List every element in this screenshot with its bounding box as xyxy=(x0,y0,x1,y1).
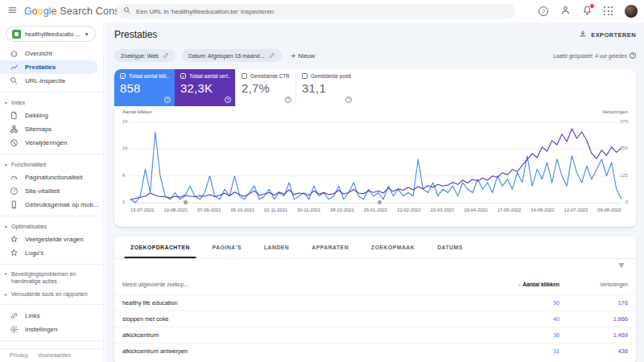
property-selector[interactable]: healthylifeeducatio ... ▼ xyxy=(6,26,96,42)
sidebar-item-gebruiksgemak-op-mob[interactable]: Gebruiksgemak op mob... xyxy=(0,198,103,212)
user-settings-button[interactable] xyxy=(559,6,571,17)
remove-icon xyxy=(10,138,19,147)
help-button[interactable]: ? xyxy=(538,6,549,17)
filter-chips: Zoektype: WebDatum: Afgelopen 16 maand..… xyxy=(114,49,282,62)
sidebar-item-sitemaps[interactable]: Sitemaps xyxy=(0,122,103,136)
x-tick-label: 30-11-2021 xyxy=(297,208,320,212)
cell-clicks: 36 xyxy=(463,331,559,339)
export-button[interactable]: EXPORTEREN xyxy=(579,30,636,39)
page-icon xyxy=(10,111,19,120)
new-filter-button[interactable]: + Nieuw xyxy=(291,51,316,60)
search-icon xyxy=(123,6,131,16)
x-tick-label: 22-02-2022 xyxy=(397,208,421,212)
sitemap-icon xyxy=(10,125,19,134)
checkbox-checked-icon[interactable]: ✓ xyxy=(120,73,126,79)
tab-pagina-s[interactable]: PAGINA'S xyxy=(201,237,253,258)
property-favicon xyxy=(12,30,21,39)
sidebar-section-index[interactable]: ▾Index xyxy=(0,97,103,109)
tab-zoekopmaak[interactable]: ZOEKOPMAAK xyxy=(360,237,426,258)
page-header-row: Prestaties EXPORTEREN xyxy=(114,26,636,43)
sidebar-item-veelgestelde-vragen[interactable]: Veelgestelde vragen xyxy=(0,232,103,246)
metric-card-gemiddelde-ctr[interactable]: Gemiddelde CTR2,7%? xyxy=(235,69,295,106)
sidebar-section-verouderde-tools-en-rapporten[interactable]: ▸Verouderde tools en rapporten xyxy=(0,288,103,300)
edit-icon xyxy=(163,52,169,60)
table-row[interactable]: afkickcentrum361.469 xyxy=(114,327,636,343)
series-totaal-aantal-klikken xyxy=(130,133,621,204)
url-inspect-search-input[interactable]: Een URL in 'healthylifeeducation.be' ins… xyxy=(117,4,515,19)
tab-zoekopdrachten[interactable]: ZOEKOPDRACHTEN xyxy=(119,237,201,258)
filter-chip-datum-afgelopen-16-maand[interactable]: Datum: Afgelopen 16 maand... xyxy=(182,49,282,62)
sidebar-nav: OverzichtPrestatiesURL-inspectie▾IndexDe… xyxy=(0,47,103,362)
footer-link-voorwaarden[interactable]: Voorwaarden xyxy=(38,352,71,358)
x-tick-label: 10-08-2021 xyxy=(164,208,188,212)
queries-table-panel: ZOEKOPDRACHTENPAGINA'SLANDENAPPARATENZOE… xyxy=(114,237,636,362)
chart-canvas[interactable] xyxy=(130,117,621,208)
new-filter-label: Nieuw xyxy=(298,52,315,60)
sort-down-icon: ↓ xyxy=(518,282,521,287)
metric-card-totaal-aantal-klik[interactable]: ✓Totaal aantal klik...858? xyxy=(114,69,175,106)
google-apps-button[interactable] xyxy=(603,6,614,17)
sidebar-item-overzicht[interactable]: Overzicht xyxy=(0,47,103,60)
sidebar-section-beveiligingsproblemen-en-handmatige-acties[interactable]: ▸Beveiligingsproblemen en handmatige act… xyxy=(0,269,103,288)
google-wordmark: Google xyxy=(24,6,56,17)
x-axis-labels: 13-07-202110-08-202107-09-202105-10-2021… xyxy=(130,208,621,212)
sidebar-item-links[interactable]: Links xyxy=(0,309,103,323)
tab-apparaten[interactable]: APPARATEN xyxy=(300,237,360,258)
section-label: Functionaliteit xyxy=(11,162,46,167)
user-icon xyxy=(560,4,571,19)
help-icon: ? xyxy=(539,6,548,16)
account-avatar[interactable] xyxy=(625,5,638,18)
column-impressions[interactable]: Vertoningen xyxy=(559,282,628,287)
x-tick-label: 17-05-2022 xyxy=(497,208,522,212)
sidebar-section-functionaliteit[interactable]: ▾Functionaliteit xyxy=(0,158,103,171)
y-tick-right: 0 xyxy=(625,200,628,204)
tab-landen[interactable]: LANDEN xyxy=(253,237,300,258)
hamburger-menu-icon[interactable] xyxy=(0,4,24,19)
sidebar-item-dekking[interactable]: Dekking xyxy=(0,109,103,122)
table-row[interactable]: afkickcentrum antwerpen31436 xyxy=(114,343,636,359)
sidebar-item-label: Logo's xyxy=(25,249,43,257)
cell-query: afkickcentrum xyxy=(122,331,463,339)
sidebar-item-site-vitaliteit[interactable]: Site-vitaliteit xyxy=(0,184,103,198)
sidebar-item-verwijderingen[interactable]: Verwijderingen xyxy=(0,136,103,150)
info-circle-icon: ? xyxy=(630,52,636,59)
sidebar-item-label: Gebruiksgemak op mob... xyxy=(25,201,99,208)
table-row[interactable]: stoppen met coke401.866 xyxy=(114,311,636,327)
cell-clicks: 31 xyxy=(463,348,559,355)
dimension-tabs: ZOEKOPDRACHTENPAGINA'SLANDENAPPARATENZOE… xyxy=(114,237,636,259)
checkbox-checked-icon[interactable]: ✓ xyxy=(180,73,186,79)
checkbox-unchecked-icon[interactable] xyxy=(302,73,308,79)
metric-card-gemiddelde-positie[interactable]: Gemiddelde positie31,1? xyxy=(295,69,356,106)
home-icon xyxy=(10,49,19,58)
cell-impressions: 1.866 xyxy=(559,315,628,323)
sidebar-item-label: Veelgestelde vragen xyxy=(25,236,84,243)
cell-impressions: 1.469 xyxy=(559,331,628,339)
filter-icon[interactable] xyxy=(617,259,626,274)
sidebar-section-optimalisaties[interactable]: ▾Optimalisaties xyxy=(0,220,103,232)
sidebar-item-paginafunctionaliteit[interactable]: Paginafunctionaliteit xyxy=(0,171,103,184)
sidebar-item-prestaties[interactable]: Prestaties xyxy=(0,60,98,74)
sidebar-item-label: URL-inspectie xyxy=(25,77,65,84)
sidebar-item-logo-s[interactable]: Logo's xyxy=(0,246,103,260)
sidebar-footer: PrivacyVoorwaarden xyxy=(0,348,103,362)
tab-datums[interactable]: DATUMS xyxy=(426,237,474,258)
sidebar-item-instellingen[interactable]: Instellingen xyxy=(0,323,103,336)
notifications-button[interactable] xyxy=(581,6,592,17)
footer-link-privacy[interactable]: Privacy xyxy=(10,352,28,358)
column-clicks-sort[interactable]: ↓Aantal klikken xyxy=(463,282,559,287)
table-row[interactable]: healthy life education90176 xyxy=(114,294,636,311)
filter-chip-zoektype-web[interactable]: Zoektype: Web xyxy=(114,49,175,62)
sidebar-item-url-inspectie[interactable]: URL-inspectie xyxy=(0,74,103,88)
y-tick-left: 24 xyxy=(122,119,128,124)
metric-card-totaal-aantal-vert[interactable]: ✓Totaal aantal vert...32,3K? xyxy=(175,69,235,106)
gauge-icon xyxy=(10,173,19,182)
last-updated-text: Laatst geüpdatet: 4 uur geleden xyxy=(553,53,627,59)
chip-label: Datum: Afgelopen 16 maand... xyxy=(188,53,265,59)
chevron-right-icon: ▸ xyxy=(5,271,7,278)
metric-label: Gemiddelde positie xyxy=(311,73,351,79)
right-axis-label: Vertoningen xyxy=(602,109,628,114)
checkbox-unchecked-icon[interactable] xyxy=(242,73,247,79)
performance-chart: Aantal klikken Vertoningen 13-07-202110-… xyxy=(121,109,630,224)
column-dimension[interactable]: Meest uitgevoerde zoekop... xyxy=(122,282,463,287)
x-tick-label: 25-01-2022 xyxy=(364,208,388,212)
